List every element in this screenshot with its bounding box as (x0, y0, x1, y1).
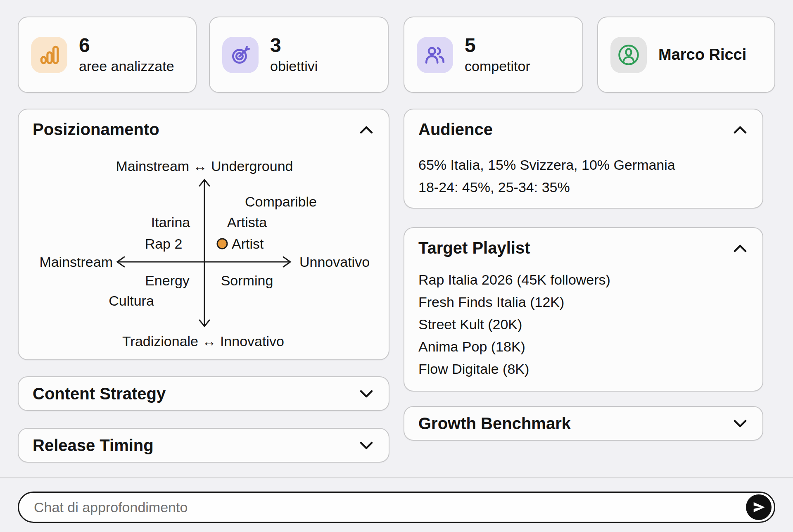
send-icon (751, 500, 766, 515)
release-timing-header[interactable]: Release Timing (33, 429, 375, 462)
axis-label-top: Mainstream ↔ Underground (116, 158, 293, 174)
axis-label-left: Mainstream (39, 254, 113, 270)
stat-card-goals: 3 obiettivi (209, 17, 389, 93)
stat-value: 5 (465, 35, 530, 56)
quadrant-label-itarina: Itarina (151, 214, 190, 230)
stat-text: 3 obiettivi (270, 35, 318, 74)
chat-input[interactable] (33, 499, 746, 516)
quadrant-label-energy: Energy (145, 273, 190, 289)
stat-label: obiettivi (270, 58, 318, 74)
playlist-item: Street Kult (20K) (418, 313, 750, 335)
chevron-up-icon[interactable] (732, 242, 748, 254)
positioning-quadrant-axes (19, 109, 389, 359)
section-title: Target Playlist (418, 239, 530, 257)
audience-geo: 65% Italia, 15% Svizzera, 10% Germania (418, 154, 750, 176)
section-title: Content Strategy (33, 385, 166, 403)
axis-label-bottom: Tradizionale ↔ Innovativo (122, 333, 284, 349)
playlist-item: Rap Italia 2026 (45K followers) (418, 268, 750, 291)
stat-label: competitor (465, 58, 530, 74)
chevron-down-icon[interactable] (358, 388, 375, 399)
stat-text: 5 competitor (465, 35, 530, 74)
stat-card-competitors: 5 competitor (404, 17, 583, 93)
target-icon (222, 37, 259, 73)
stat-text: 6 aree analizzate (79, 35, 174, 74)
axis-label-right: Unnovativo (299, 254, 370, 270)
section-target-playlist: Target Playlist Rap Italia 2026 (45K fol… (404, 227, 763, 392)
artist-point-label: Artist (232, 236, 264, 252)
playlist-item: Flow Digitale (8K) (418, 358, 750, 380)
stat-value: 6 (79, 35, 174, 56)
growth-benchmark-header[interactable]: Growth Benchmark (418, 407, 748, 440)
section-title: Audience (418, 120, 493, 139)
stat-label: aree analizzate (79, 58, 174, 74)
playlist-list: Rap Italia 2026 (45K followers) Fresh Fi… (418, 268, 750, 380)
section-release-timing: Release Timing (18, 428, 389, 463)
send-button[interactable] (746, 494, 772, 520)
stat-value: 3 (270, 35, 318, 56)
playlist-item: Fresh Finds Italia (12K) (418, 291, 750, 313)
section-content-strategy: Content Strategy (18, 376, 389, 411)
target-playlist-header[interactable]: Target Playlist (418, 239, 748, 257)
quadrant-label-rap2: Rap 2 (145, 236, 183, 252)
quadrant-label-cultura: Cultura (109, 293, 154, 309)
chat-divider (0, 477, 793, 478)
artist-profile-card: Marco Ricci (597, 17, 775, 93)
chevron-down-icon[interactable] (732, 418, 748, 429)
quadrant-label-comparible: Comparible (245, 194, 317, 210)
chevron-down-icon[interactable] (358, 439, 375, 451)
section-growth-benchmark: Growth Benchmark (404, 406, 763, 441)
chevron-up-icon[interactable] (732, 124, 748, 135)
chat-input-bar (18, 492, 775, 523)
section-posizionamento: Posizionamento Mainstream ↔ Underground … (18, 109, 389, 360)
user-circle-icon (610, 37, 647, 73)
users-icon (417, 37, 453, 73)
section-title: Release Timing (33, 436, 154, 455)
artist-data-point (217, 239, 227, 249)
content-strategy-header[interactable]: Content Strategy (33, 377, 375, 410)
quadrant-label-artista: Artista (227, 214, 267, 230)
bar-chart-icon (31, 37, 67, 73)
audience-header[interactable]: Audience (418, 120, 748, 139)
artist-name: Marco Ricci (658, 46, 746, 64)
stat-card-areas: 6 aree analizzate (18, 17, 197, 93)
section-audience: Audience 65% Italia, 15% Svizzera, 10% G… (404, 109, 763, 209)
section-title: Growth Benchmark (418, 414, 571, 433)
quadrant-label-sorming: Sorming (221, 273, 273, 289)
playlist-item: Anima Pop (18K) (418, 335, 750, 358)
audience-content: 65% Italia, 15% Svizzera, 10% Germania 1… (418, 154, 750, 198)
audience-age: 18-24: 45%, 25-34: 35% (418, 176, 750, 198)
